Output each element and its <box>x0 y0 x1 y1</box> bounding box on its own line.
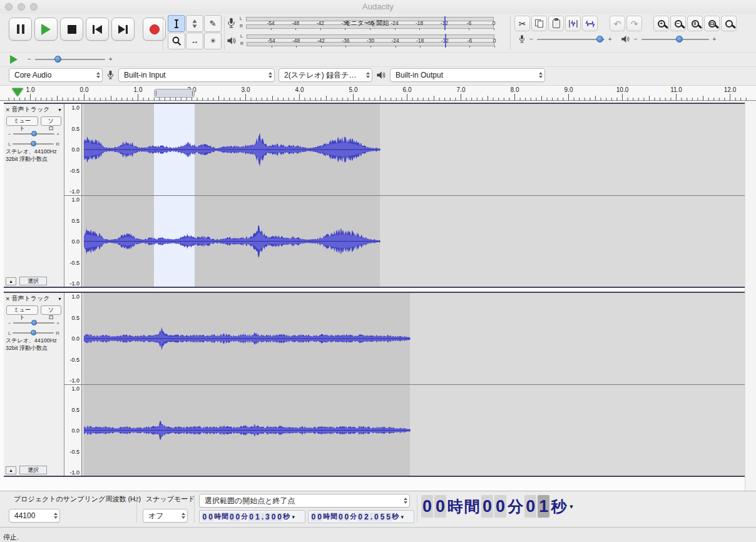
track-channel[interactable]: 1.00.50.0-0.5-1.0 <box>64 293 745 384</box>
waveform-area[interactable] <box>82 385 745 476</box>
track-channel[interactable]: 1.00.50.0-0.5-1.0 <box>64 384 745 476</box>
stop-button[interactable] <box>60 18 83 41</box>
time-digit[interactable]: 2 <box>364 513 369 521</box>
select-track-button[interactable]: 選択 <box>19 466 47 474</box>
play-button[interactable] <box>34 18 58 41</box>
time-digit[interactable]: . <box>370 513 373 521</box>
solo-button[interactable]: ソロ <box>41 305 61 315</box>
waveform[interactable] <box>82 104 745 195</box>
gain-thumb[interactable] <box>31 131 37 136</box>
time-digit[interactable]: . <box>261 513 264 521</box>
selection-end-time[interactable]: 00時間00分02.055秒▾ <box>308 510 414 523</box>
sample-rate-select[interactable]: 44100 <box>9 509 60 523</box>
multi-tool-button[interactable]: ✳ <box>204 33 222 49</box>
playback-volume-thumb[interactable] <box>676 36 683 43</box>
time-digit[interactable]: 0 <box>317 513 322 521</box>
time-digit[interactable]: 0 <box>311 513 317 521</box>
time-digit[interactable]: 0 <box>271 513 277 521</box>
pause-button[interactable] <box>9 18 32 41</box>
paste-button[interactable] <box>548 16 564 31</box>
cut-button[interactable]: ✂ <box>514 16 530 31</box>
time-digit[interactable]: 0 <box>344 513 350 521</box>
track-channel[interactable]: 1.00.50.0-0.5-1.0 <box>64 104 745 195</box>
time-digit[interactable]: 1 <box>538 495 549 518</box>
zoom-tool-button[interactable] <box>168 33 185 49</box>
recording-meter-bars[interactable]: L R モニターを開始 -54-48-42-36-30-24-18-12-60 <box>238 16 495 31</box>
select-track-button[interactable]: 選択 <box>19 277 47 285</box>
recording-meter[interactable]: L R モニターを開始 -54-48-42-36-30-24-18-12-60 <box>227 15 495 31</box>
close-track-icon[interactable]: × <box>6 295 9 302</box>
input-channels-select[interactable]: 2(ステレオ) 録音チャン… <box>278 68 372 82</box>
monitor-start-label[interactable]: モニターを開始 <box>238 19 495 28</box>
gain-slider[interactable]: − + <box>4 128 64 138</box>
track-control-panel[interactable]: × 音声トラック ▼ ミュート ソロ − + L R <box>4 104 64 287</box>
snap-mode-select[interactable]: オフ <box>143 509 188 523</box>
undo-button[interactable]: ↶ <box>610 16 625 31</box>
playback-meter-bars[interactable]: L R -54-48-42-36-30-24-18-12-60 <box>239 33 496 48</box>
time-digit[interactable]: 0 <box>202 513 208 521</box>
time-digit[interactable]: 0 <box>421 495 433 518</box>
time-digit[interactable]: 0 <box>434 495 446 518</box>
track-menu-caret-icon[interactable]: ▼ <box>58 297 62 301</box>
track-menu-caret-icon[interactable]: ▼ <box>58 108 62 112</box>
waveform[interactable] <box>82 293 745 384</box>
time-digit[interactable]: 0 <box>357 513 363 521</box>
host-select[interactable]: Core Audio <box>9 68 103 82</box>
time-digit[interactable]: 0 <box>338 513 344 521</box>
waveform-area[interactable] <box>82 293 745 384</box>
waveform[interactable] <box>82 385 745 476</box>
solo-button[interactable]: ソロ <box>41 116 61 126</box>
gain-thumb[interactable] <box>31 320 37 325</box>
vertical-scrollbar[interactable] <box>745 101 756 491</box>
time-digit[interactable]: 5 <box>380 513 386 521</box>
playback-volume-slider[interactable] <box>641 34 709 44</box>
titlebar[interactable]: Audacity <box>0 0 756 14</box>
zoom-toggle-button[interactable] <box>721 16 737 31</box>
copy-button[interactable] <box>531 16 547 31</box>
pan-thumb[interactable] <box>31 141 36 146</box>
time-digit[interactable]: 0 <box>374 513 379 521</box>
zoom-fit-button[interactable] <box>704 16 720 31</box>
input-device-select[interactable]: Built-in Input <box>118 68 275 82</box>
playspeed-slider[interactable] <box>35 54 105 64</box>
zoom-out-button[interactable]: − <box>670 16 686 31</box>
vertical-scale-ruler[interactable]: 1.00.50.0-0.5-1.0 <box>64 104 82 195</box>
track-channel[interactable]: 1.00.50.0-0.5-1.0 <box>64 195 745 287</box>
timeline-ruler[interactable]: 1.00.01.02.03.04.05.06.07.08.09.010.011.… <box>0 85 756 101</box>
gain-slider[interactable]: − + <box>4 317 64 327</box>
zoom-selection-button[interactable] <box>687 16 703 31</box>
skip-to-end-button[interactable] <box>111 18 135 41</box>
big-time-display[interactable]: 00時間00分01秒▾ <box>421 493 573 519</box>
redo-button[interactable]: ↷ <box>626 16 642 31</box>
timeshift-tool-button[interactable]: ↔ <box>186 33 203 49</box>
time-digit[interactable]: 0 <box>524 495 536 518</box>
envelope-tool-button[interactable] <box>186 15 203 32</box>
time-format-menu-arrow-icon[interactable]: ▾ <box>570 503 573 511</box>
vertical-scale-ruler[interactable]: 1.00.50.0-0.5-1.0 <box>64 293 82 384</box>
time-format-menu-arrow-icon[interactable]: ▾ <box>401 514 404 520</box>
track-control-panel[interactable]: × 音声トラック ▼ ミュート ソロ − + L R <box>4 293 64 476</box>
waveform[interactable] <box>82 196 745 287</box>
time-digit[interactable]: 0 <box>277 513 282 521</box>
selection-mode-select[interactable]: 選択範囲の開始点と終了点 <box>199 494 410 508</box>
close-track-icon[interactable]: × <box>6 106 9 113</box>
timeline-selection-region[interactable] <box>154 89 195 98</box>
silence-audio-button[interactable] <box>582 16 598 31</box>
pan-thumb[interactable] <box>31 330 36 335</box>
mute-button[interactable]: ミュート <box>6 305 38 315</box>
time-format-menu-arrow-icon[interactable]: ▾ <box>292 514 295 520</box>
time-digit[interactable]: 1 <box>255 513 260 521</box>
selection-start-time[interactable]: 00時間00分01.300秒▾ <box>199 510 305 523</box>
collapse-track-button[interactable]: ▲ <box>6 466 16 474</box>
recording-volume-thumb[interactable] <box>596 36 603 43</box>
time-digit[interactable]: 5 <box>386 513 391 521</box>
pan-slider[interactable]: L R <box>4 138 64 148</box>
track-title[interactable]: 音声トラック <box>11 105 56 114</box>
timeline-pin-icon[interactable] <box>12 88 23 96</box>
time-digit[interactable]: 0 <box>229 513 235 521</box>
vertical-scale-ruler[interactable]: 1.00.50.0-0.5-1.0 <box>64 196 82 287</box>
draw-tool-button[interactable]: ✎ <box>204 15 222 32</box>
playspeed-thumb[interactable] <box>54 56 61 63</box>
time-digit[interactable]: 0 <box>248 513 254 521</box>
trim-audio-button[interactable] <box>565 16 581 31</box>
